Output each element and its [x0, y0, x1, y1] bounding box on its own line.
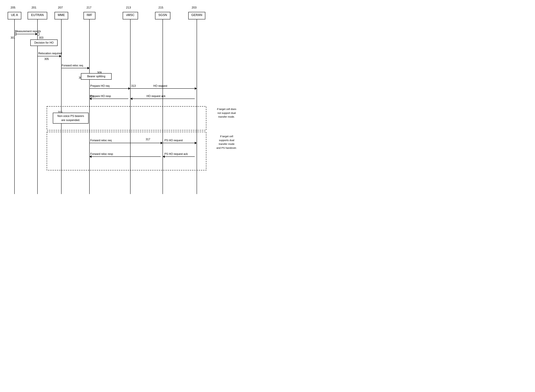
- entity-number-mme: 207: [58, 6, 63, 9]
- entity-number-uea: 205: [10, 6, 15, 9]
- svg-marker-27: [195, 142, 197, 144]
- label-ho-request: HO request: [153, 84, 167, 88]
- svg-marker-25: [161, 142, 163, 144]
- step-317: 317: [146, 138, 150, 141]
- svg-marker-13: [87, 67, 90, 69]
- step-313: 313: [131, 84, 136, 88]
- label-ho-request-ack: HO request ack: [147, 95, 166, 98]
- svg-marker-11: [59, 55, 61, 57]
- label-forward-reloc-req-1: Forward reloc req: [62, 64, 83, 67]
- action-box-non-voice: Non-voice PS bearersare suspended.: [53, 113, 89, 124]
- label-ps-ho-request: PS HO request: [164, 139, 183, 142]
- label-measurement-reports: Measurement reports: [15, 30, 41, 33]
- entity-number-sgsn: 215: [158, 6, 163, 9]
- step-303: 303: [39, 36, 43, 39]
- side-note-2: if target cellsupports dualtransfer mode…: [210, 135, 244, 150]
- entity-box-geran: GERAN: [188, 12, 205, 19]
- action-box-decision-for-ho: Decision for HO: [30, 39, 58, 46]
- entity-box-mme: MME: [55, 12, 68, 19]
- svg-marker-29: [90, 155, 91, 158]
- step-305: 305: [44, 57, 49, 61]
- entity-number-eutran: 201: [32, 6, 36, 9]
- entity-box-eutran: EUTRAN: [28, 12, 47, 19]
- label-prepare-ho-resp: Prepare HO resp: [90, 95, 111, 98]
- svg-rect-23: [47, 132, 206, 170]
- svg-marker-31: [163, 155, 165, 158]
- entity-number-vmsc: 213: [126, 6, 131, 9]
- svg-marker-17: [195, 87, 197, 90]
- entity-number-geran: 203: [192, 6, 196, 9]
- svg-marker-21: [130, 98, 133, 100]
- diagram-container: 205 UE A 201 EUTRAN 207 MME 217 IWF 213 …: [0, 0, 267, 196]
- svg-marker-8: [35, 33, 38, 35]
- side-note-1: if target cell doesnot support dualtrans…: [210, 107, 244, 119]
- entity-box-sgsn: SGSN: [155, 12, 170, 19]
- diagram-svg: [0, 0, 267, 196]
- entity-box-uea: UE A: [8, 12, 21, 19]
- label-forward-reloc-req-2: Forward reloc req: [90, 139, 112, 142]
- action-box-bearer-splitting: Bearer splitting: [81, 73, 112, 80]
- label-relocation-required: Relocation required: [38, 52, 62, 55]
- step-301: 301: [10, 36, 15, 39]
- entity-box-vmsc: vMSC: [123, 12, 138, 19]
- label-forward-reloc-resp: Forward reloc resp: [90, 153, 113, 156]
- svg-marker-15: [128, 87, 130, 90]
- label-prepare-ho-req: Prepare HO req: [90, 84, 109, 88]
- entity-box-iwf: IWF: [84, 12, 95, 19]
- entity-number-iwf: 217: [86, 6, 91, 9]
- label-ps-ho-request-ack: PS HO request ack: [164, 153, 188, 156]
